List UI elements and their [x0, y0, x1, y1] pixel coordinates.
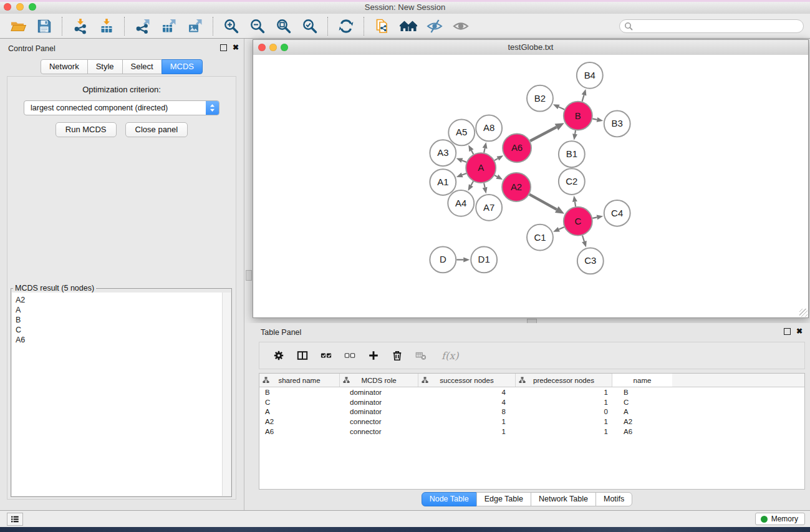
tab-style[interactable]: Style	[87, 59, 123, 74]
table-row-a2[interactable]: A2connector11A2	[259, 417, 804, 427]
table-row-a[interactable]: Adominator80A	[259, 407, 804, 417]
mcds-result-list[interactable]: A2ABCA6	[12, 293, 223, 496]
graph-edge-C-C1[interactable]	[559, 227, 564, 230]
graph-edge-A-A2[interactable]	[494, 175, 497, 177]
result-list-scrollbar[interactable]	[222, 293, 231, 496]
graph-edge-A-A5[interactable]	[471, 150, 473, 154]
cell-name[interactable]: A2	[612, 418, 672, 425]
clone-network-button[interactable]	[372, 16, 392, 36]
cell-mcds-role[interactable]: connector	[340, 418, 418, 425]
result-item[interactable]: B	[16, 315, 223, 325]
graph-edge-A-A4[interactable]	[471, 181, 473, 185]
run-mcds-button[interactable]: Run MCDS	[55, 122, 117, 137]
table-row-c[interactable]: Cdominator41C	[259, 397, 804, 407]
cell-name[interactable]: A6	[612, 428, 672, 435]
select-all-columns-button[interactable]	[317, 346, 335, 365]
cell-predecessor-nodes[interactable]: 1	[516, 399, 612, 406]
network-canvas[interactable]: AA1A2A3A4A5A6A7A8BB1B2B3B4CC1C2C3C4DD1	[253, 55, 808, 317]
import-network-button[interactable]	[70, 16, 90, 36]
delete-column-button[interactable]	[388, 346, 407, 365]
cell-successor-nodes[interactable]: 4	[418, 389, 516, 396]
cell-successor-nodes[interactable]: 4	[418, 399, 516, 406]
cell-predecessor-nodes[interactable]: 0	[516, 408, 612, 415]
refresh-layout-button[interactable]	[336, 16, 356, 36]
cell-predecessor-nodes[interactable]: 1	[516, 418, 612, 425]
column-header-predecessor-nodes[interactable]: predecessor nodes	[516, 374, 612, 387]
cell-successor-nodes[interactable]: 1	[418, 418, 516, 425]
show-columns-button[interactable]	[293, 346, 312, 365]
cell-predecessor-nodes[interactable]: 1	[516, 428, 612, 435]
column-header-name[interactable]: name	[612, 374, 672, 387]
criterion-dropdown[interactable]: largest connected component (directed)	[24, 100, 219, 115]
show-graphics-details-button[interactable]	[451, 16, 471, 36]
add-column-button[interactable]	[364, 346, 383, 365]
zoom-selected-button[interactable]	[300, 16, 320, 36]
cell-name[interactable]: B	[612, 389, 672, 396]
cell-mcds-role[interactable]: connector	[340, 428, 418, 435]
cell-name[interactable]: C	[612, 399, 672, 406]
graph-edge-A-A7[interactable]	[484, 183, 485, 188]
graph-edge-A-A3[interactable]	[462, 160, 466, 162]
tab-select[interactable]: Select	[122, 59, 162, 74]
result-item[interactable]: A	[16, 305, 223, 315]
graph-edge-B-B1[interactable]	[575, 130, 576, 134]
cell-successor-nodes[interactable]: 1	[418, 428, 516, 435]
close-panel-button[interactable]: Close panel	[125, 122, 188, 137]
graph-edge-A2-C[interactable]	[529, 195, 557, 210]
graph-edge-C-C2[interactable]	[575, 201, 576, 206]
zoom-out-button[interactable]	[248, 16, 268, 36]
tab-motifs[interactable]: Motifs	[595, 492, 632, 506]
cell-shared-name[interactable]: B	[259, 389, 340, 396]
graph-edge-A-A8[interactable]	[484, 148, 485, 153]
cell-successor-nodes[interactable]: 8	[418, 408, 516, 415]
tab-mcds[interactable]: MCDS	[162, 59, 203, 74]
zoom-in-button[interactable]	[221, 16, 241, 36]
table-row-a6[interactable]: A6connector11A6	[259, 427, 804, 437]
graph-edge-A-A6[interactable]	[494, 158, 498, 160]
deselect-all-columns-button[interactable]	[340, 346, 359, 365]
graph-edge-B-B4[interactable]	[582, 95, 584, 101]
tab-network-table[interactable]: Network Table	[531, 492, 596, 506]
column-header-shared-name[interactable]: shared name	[259, 374, 340, 387]
column-header-mcds-role[interactable]: MCDS role	[340, 374, 418, 387]
export-network-button[interactable]	[133, 16, 153, 36]
memory-button[interactable]: Memory	[755, 513, 805, 525]
export-table-button[interactable]	[159, 16, 179, 36]
close-table-panel-icon[interactable]: ✖	[796, 327, 803, 335]
search-input[interactable]	[633, 20, 803, 32]
function-builder-button[interactable]: f(x)	[435, 346, 462, 365]
save-session-button[interactable]	[34, 16, 54, 36]
result-item[interactable]: A6	[16, 335, 223, 345]
cell-mcds-role[interactable]: dominator	[340, 399, 418, 406]
float-panel-icon[interactable]	[220, 44, 227, 51]
cell-shared-name[interactable]: C	[259, 399, 340, 406]
import-table-button[interactable]	[97, 16, 117, 36]
open-session-button[interactable]	[8, 16, 28, 36]
export-image-button[interactable]	[185, 16, 205, 36]
window-resize-grip[interactable]	[799, 309, 808, 317]
network-graph[interactable]: AA1A2A3A4A5A6A7A8BB1B2B3B4CC1C2C3C4DD1	[253, 55, 808, 317]
hide-graphics-details-button[interactable]	[425, 16, 445, 36]
tab-network[interactable]: Network	[41, 59, 88, 74]
cell-name[interactable]: A	[612, 408, 672, 415]
table-row-b[interactable]: Bdominator41B	[259, 387, 804, 397]
vertical-splitter-handle[interactable]	[246, 270, 252, 281]
zoom-fit-button[interactable]	[274, 16, 294, 36]
result-item[interactable]: A2	[16, 295, 223, 305]
graph-edge-B-B3[interactable]	[592, 118, 597, 119]
cell-mcds-role[interactable]: dominator	[340, 389, 418, 396]
home-networks-button[interactable]	[398, 16, 418, 36]
table-settings-button[interactable]	[269, 346, 288, 365]
result-item[interactable]: C	[16, 325, 223, 335]
cell-mcds-role[interactable]: dominator	[340, 408, 418, 415]
graph-edge-A6-B[interactable]	[530, 127, 556, 141]
column-header-successor-nodes[interactable]: successor nodes	[418, 374, 516, 387]
cell-shared-name[interactable]: A2	[259, 418, 340, 425]
delete-table-button[interactable]	[412, 346, 430, 365]
cell-shared-name[interactable]: A	[259, 408, 340, 415]
graph-edge-C-C3[interactable]	[582, 236, 584, 242]
task-history-button[interactable]	[7, 513, 23, 526]
graph-edge-C-C4[interactable]	[592, 217, 597, 218]
float-table-panel-icon[interactable]	[784, 328, 791, 335]
close-panel-icon[interactable]: ✖	[233, 44, 239, 51]
